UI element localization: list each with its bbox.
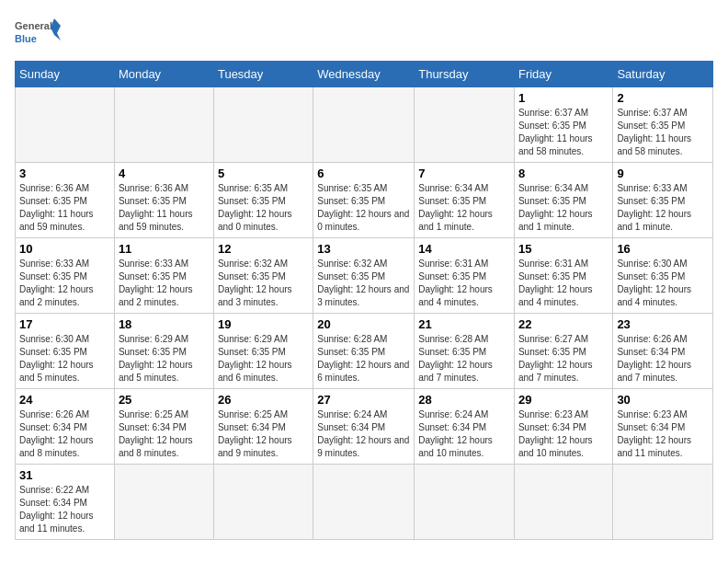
day-info: Sunrise: 6:26 AM Sunset: 6:34 PM Dayligh… <box>19 408 110 460</box>
calendar-cell <box>613 465 713 540</box>
day-number: 22 <box>518 317 609 331</box>
day-info: Sunrise: 6:28 AM Sunset: 6:35 PM Dayligh… <box>317 333 410 385</box>
day-info: Sunrise: 6:29 AM Sunset: 6:35 PM Dayligh… <box>119 333 210 385</box>
logo-svg: General Blue <box>15 15 61 53</box>
day-number: 20 <box>317 317 410 331</box>
day-number: 16 <box>617 242 709 256</box>
day-number: 26 <box>218 393 309 407</box>
day-info: Sunrise: 6:36 AM Sunset: 6:35 PM Dayligh… <box>19 182 110 234</box>
weekday-tuesday: Tuesday <box>213 62 313 87</box>
calendar-cell: 12Sunrise: 6:32 AM Sunset: 6:35 PM Dayli… <box>213 238 313 314</box>
calendar-cell: 21Sunrise: 6:28 AM Sunset: 6:35 PM Dayli… <box>415 314 515 389</box>
calendar-cell <box>415 465 515 540</box>
day-info: Sunrise: 6:33 AM Sunset: 6:35 PM Dayligh… <box>617 182 709 234</box>
day-number: 25 <box>119 393 210 407</box>
calendar-cell: 19Sunrise: 6:29 AM Sunset: 6:35 PM Dayli… <box>213 314 313 389</box>
week-row-3: 10Sunrise: 6:33 AM Sunset: 6:35 PM Dayli… <box>16 238 713 314</box>
day-info: Sunrise: 6:24 AM Sunset: 6:34 PM Dayligh… <box>418 408 510 460</box>
day-info: Sunrise: 6:34 AM Sunset: 6:35 PM Dayligh… <box>418 182 510 234</box>
day-info: Sunrise: 6:33 AM Sunset: 6:35 PM Dayligh… <box>119 258 210 309</box>
calendar-cell: 14Sunrise: 6:31 AM Sunset: 6:35 PM Dayli… <box>415 238 515 314</box>
calendar-cell <box>114 465 213 540</box>
day-number: 27 <box>317 393 410 407</box>
day-info: Sunrise: 6:32 AM Sunset: 6:35 PM Dayligh… <box>218 258 309 309</box>
svg-text:General: General <box>15 20 52 31</box>
calendar-cell: 9Sunrise: 6:33 AM Sunset: 6:35 PM Daylig… <box>613 163 713 238</box>
day-info: Sunrise: 6:27 AM Sunset: 6:35 PM Dayligh… <box>518 333 609 385</box>
calendar-cell: 10Sunrise: 6:33 AM Sunset: 6:35 PM Dayli… <box>16 238 115 314</box>
day-info: Sunrise: 6:32 AM Sunset: 6:35 PM Dayligh… <box>317 258 410 309</box>
day-info: Sunrise: 6:35 AM Sunset: 6:35 PM Dayligh… <box>218 182 309 234</box>
calendar-cell: 23Sunrise: 6:26 AM Sunset: 6:34 PM Dayli… <box>613 314 713 389</box>
week-row-6: 31Sunrise: 6:22 AM Sunset: 6:34 PM Dayli… <box>16 465 713 540</box>
calendar-cell <box>16 87 115 163</box>
calendar-cell: 7Sunrise: 6:34 AM Sunset: 6:35 PM Daylig… <box>415 163 515 238</box>
day-number: 13 <box>317 242 410 256</box>
calendar-table: SundayMondayTuesdayWednesdayThursdayFrid… <box>15 61 713 540</box>
day-number: 5 <box>218 167 309 180</box>
day-number: 6 <box>317 167 410 180</box>
weekday-sunday: Sunday <box>16 62 115 87</box>
day-info: Sunrise: 6:24 AM Sunset: 6:34 PM Dayligh… <box>317 408 410 460</box>
calendar-cell: 6Sunrise: 6:35 AM Sunset: 6:35 PM Daylig… <box>313 163 415 238</box>
day-info: Sunrise: 6:35 AM Sunset: 6:35 PM Dayligh… <box>317 182 410 234</box>
day-info: Sunrise: 6:31 AM Sunset: 6:35 PM Dayligh… <box>518 258 609 309</box>
calendar-cell: 5Sunrise: 6:35 AM Sunset: 6:35 PM Daylig… <box>213 163 313 238</box>
day-number: 12 <box>218 242 309 256</box>
day-number: 18 <box>119 317 210 331</box>
day-number: 21 <box>418 317 510 331</box>
calendar-cell: 18Sunrise: 6:29 AM Sunset: 6:35 PM Dayli… <box>114 314 213 389</box>
calendar-cell: 1Sunrise: 6:37 AM Sunset: 6:35 PM Daylig… <box>514 87 612 163</box>
logo: General Blue <box>15 15 61 53</box>
calendar-cell: 28Sunrise: 6:24 AM Sunset: 6:34 PM Dayli… <box>415 389 515 465</box>
day-number: 30 <box>617 393 709 407</box>
day-number: 24 <box>19 393 110 407</box>
day-info: Sunrise: 6:30 AM Sunset: 6:35 PM Dayligh… <box>19 333 110 385</box>
day-number: 31 <box>19 468 110 482</box>
day-info: Sunrise: 6:30 AM Sunset: 6:35 PM Dayligh… <box>617 258 709 309</box>
day-number: 9 <box>617 167 709 180</box>
day-number: 28 <box>418 393 510 407</box>
day-info: Sunrise: 6:23 AM Sunset: 6:34 PM Dayligh… <box>518 408 609 460</box>
day-number: 8 <box>518 167 609 180</box>
day-number: 19 <box>218 317 309 331</box>
week-row-4: 17Sunrise: 6:30 AM Sunset: 6:35 PM Dayli… <box>16 314 713 389</box>
day-info: Sunrise: 6:28 AM Sunset: 6:35 PM Dayligh… <box>418 333 510 385</box>
day-info: Sunrise: 6:25 AM Sunset: 6:34 PM Dayligh… <box>218 408 309 460</box>
week-row-2: 3Sunrise: 6:36 AM Sunset: 6:35 PM Daylig… <box>16 163 713 238</box>
day-info: Sunrise: 6:31 AM Sunset: 6:35 PM Dayligh… <box>418 258 510 309</box>
calendar-cell: 2Sunrise: 6:37 AM Sunset: 6:35 PM Daylig… <box>613 87 713 163</box>
weekday-friday: Friday <box>514 62 612 87</box>
day-info: Sunrise: 6:26 AM Sunset: 6:34 PM Dayligh… <box>617 333 709 385</box>
page-header: General Blue <box>15 15 713 53</box>
calendar-cell: 15Sunrise: 6:31 AM Sunset: 6:35 PM Dayli… <box>514 238 612 314</box>
day-info: Sunrise: 6:34 AM Sunset: 6:35 PM Dayligh… <box>518 182 609 234</box>
day-info: Sunrise: 6:25 AM Sunset: 6:34 PM Dayligh… <box>119 408 210 460</box>
weekday-saturday: Saturday <box>613 62 713 87</box>
day-info: Sunrise: 6:29 AM Sunset: 6:35 PM Dayligh… <box>218 333 309 385</box>
day-number: 10 <box>19 242 110 256</box>
day-info: Sunrise: 6:37 AM Sunset: 6:35 PM Dayligh… <box>518 107 609 158</box>
calendar-cell <box>313 87 415 163</box>
day-info: Sunrise: 6:37 AM Sunset: 6:35 PM Dayligh… <box>617 107 709 158</box>
calendar-cell: 22Sunrise: 6:27 AM Sunset: 6:35 PM Dayli… <box>514 314 612 389</box>
calendar-cell: 16Sunrise: 6:30 AM Sunset: 6:35 PM Dayli… <box>613 238 713 314</box>
weekday-thursday: Thursday <box>415 62 515 87</box>
calendar-cell: 3Sunrise: 6:36 AM Sunset: 6:35 PM Daylig… <box>16 163 115 238</box>
day-number: 3 <box>19 167 110 180</box>
calendar-cell: 31Sunrise: 6:22 AM Sunset: 6:34 PM Dayli… <box>16 465 115 540</box>
calendar-cell: 8Sunrise: 6:34 AM Sunset: 6:35 PM Daylig… <box>514 163 612 238</box>
weekday-header-row: SundayMondayTuesdayWednesdayThursdayFrid… <box>16 62 713 87</box>
calendar-cell: 4Sunrise: 6:36 AM Sunset: 6:35 PM Daylig… <box>114 163 213 238</box>
calendar-cell <box>415 87 515 163</box>
calendar-cell: 26Sunrise: 6:25 AM Sunset: 6:34 PM Dayli… <box>213 389 313 465</box>
day-number: 2 <box>617 91 709 105</box>
calendar-cell: 17Sunrise: 6:30 AM Sunset: 6:35 PM Dayli… <box>16 314 115 389</box>
day-number: 7 <box>418 167 510 180</box>
day-number: 29 <box>518 393 609 407</box>
calendar-cell: 29Sunrise: 6:23 AM Sunset: 6:34 PM Dayli… <box>514 389 612 465</box>
calendar-cell: 11Sunrise: 6:33 AM Sunset: 6:35 PM Dayli… <box>114 238 213 314</box>
calendar-cell <box>313 465 415 540</box>
calendar-cell <box>213 465 313 540</box>
calendar-cell <box>514 465 612 540</box>
